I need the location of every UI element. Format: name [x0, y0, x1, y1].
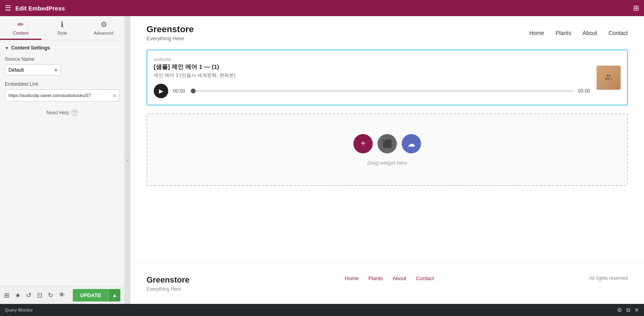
- time-start: 00:00: [173, 88, 185, 94]
- audioclip-card: audioclip [샘플] 제인 에어 1 — (1) 제인 에어 1 (민음…: [154, 57, 621, 98]
- footer-rights: All rights reserved: [589, 275, 628, 281]
- content-settings-header[interactable]: ▼ Content Settings: [5, 45, 120, 51]
- embed-icon[interactable]: ☁: [402, 134, 421, 153]
- tab-style[interactable]: ℹ Style: [41, 16, 83, 40]
- source-name-group: Source Name Default ▼: [5, 56, 120, 76]
- bottom-icons: ⊞ ★ ↺ ⊡ ↻ 👁: [4, 291, 65, 299]
- hamburger-icon[interactable]: ☰: [5, 4, 11, 12]
- qm-close-icon[interactable]: ✕: [634, 307, 639, 313]
- chevron-down-icon: ▼: [5, 46, 9, 50]
- embedded-link-label: Embedded Link: [5, 81, 120, 87]
- embedded-link-input[interactable]: [5, 91, 109, 100]
- qm-window-icon[interactable]: ⧉: [626, 307, 630, 314]
- tab-advanced[interactable]: ⚙ Advanced: [83, 16, 124, 40]
- help-circle-icon: ?: [72, 109, 78, 116]
- audioclip-title: [샘플] 제인 에어 1 — (1): [154, 63, 590, 71]
- audioclip-thumb-image: 제인에어 1: [597, 66, 621, 90]
- site-logo: Greenstore: [147, 24, 194, 35]
- drop-label: Drag widget here: [367, 160, 407, 166]
- add-widget-icon[interactable]: +: [353, 134, 373, 153]
- section-title: Content Settings: [11, 45, 50, 51]
- audioclip-source: audioclip: [154, 57, 590, 62]
- bottom-toolbar: ⊞ ★ ↺ ⊡ ↻ 👁 UPDATE ▲: [0, 286, 124, 304]
- widget-icon[interactable]: ⬛: [378, 134, 397, 153]
- refresh-icon[interactable]: ↻: [48, 291, 53, 299]
- sidebar: ✏ Content ℹ Style ⚙ Advanced ▼ Content S…: [0, 16, 125, 304]
- site-footer: Greenstore Everything Here Home Plants A…: [130, 263, 644, 304]
- footer-tagline: Everything Here: [147, 286, 190, 292]
- sidebar-tabs: ✏ Content ℹ Style ⚙ Advanced: [0, 16, 124, 40]
- list-icon[interactable]: ≡: [109, 90, 119, 101]
- need-help-label: Need Help: [46, 110, 69, 116]
- footer-logo-group: Greenstore Everything Here: [147, 275, 190, 292]
- need-help[interactable]: Need Help ?: [5, 109, 120, 116]
- content-area: Greenstore Everything Here Home Plants A…: [130, 16, 644, 304]
- nav-home[interactable]: Home: [529, 30, 544, 36]
- star-icon[interactable]: ★: [15, 291, 21, 299]
- footer-nav-contact[interactable]: Contact: [416, 275, 434, 281]
- footer-nav-home[interactable]: Home: [345, 275, 359, 281]
- grid-small-icon[interactable]: ⊡: [37, 291, 42, 299]
- footer-nav-about[interactable]: About: [392, 275, 406, 281]
- drop-zone[interactable]: + ⬛ ☁ Drag widget here: [147, 114, 628, 186]
- advanced-tab-icon: ⚙: [101, 20, 107, 29]
- grid-icon[interactable]: ⊞: [633, 4, 639, 12]
- query-monitor-bar: Query Monitor ⚙ ⧉ ✕: [0, 304, 644, 316]
- nav-about[interactable]: About: [582, 30, 597, 36]
- undo-icon[interactable]: ↺: [26, 291, 31, 299]
- update-dropdown-button[interactable]: ▲: [108, 289, 120, 302]
- query-monitor-label: Query Monitor: [5, 308, 33, 312]
- update-button[interactable]: UPDATE: [73, 289, 108, 302]
- layers-icon[interactable]: ⊞: [4, 291, 9, 299]
- tab-content[interactable]: ✏ Content: [0, 16, 41, 40]
- sidebar-content: ▼ Content Settings Source Name Default ▼…: [0, 40, 124, 286]
- audioclip-thumbnail: 제인에어 1: [597, 66, 621, 90]
- tab-content-label: Content: [13, 31, 29, 35]
- source-name-label: Source Name: [5, 56, 120, 62]
- site-header: Greenstore Everything Here Home Plants A…: [130, 16, 644, 50]
- footer-logo: Greenstore: [147, 275, 190, 285]
- embed-container: audioclip [샘플] 제인 에어 1 — (1) 제인 에어 1 (민음…: [147, 50, 628, 105]
- site-nav: Home Plants About Contact: [529, 30, 628, 36]
- nav-contact[interactable]: Contact: [609, 30, 628, 36]
- source-name-select-wrapper: Default ▼: [5, 64, 61, 76]
- audioclip-info: audioclip [샘플] 제인 에어 1 — (1) 제인 에어 1 (민음…: [154, 57, 590, 98]
- tab-advanced-label: Advanced: [94, 31, 114, 35]
- time-end: 05:00: [578, 88, 590, 94]
- top-bar: ☰ Edit EmbedPress ⊞: [0, 0, 644, 16]
- collapse-handle[interactable]: ‹: [125, 16, 130, 304]
- site-tagline: Everything Here: [147, 35, 194, 41]
- site-logo-group: Greenstore Everything Here: [147, 24, 194, 41]
- embedded-link-input-wrapper: ≡: [5, 89, 120, 101]
- source-name-select[interactable]: Default: [5, 64, 61, 76]
- progress-thumb: [191, 89, 196, 93]
- audio-player: ▶ 00:00 05:00: [154, 84, 590, 98]
- nav-plants[interactable]: Plants: [555, 30, 571, 36]
- footer-nav-plants[interactable]: Plants: [368, 275, 383, 281]
- style-tab-icon: ℹ: [61, 20, 64, 29]
- embedded-link-group: Embedded Link ≡: [5, 81, 120, 101]
- update-btn-group: UPDATE ▲: [73, 289, 120, 302]
- main-layout: ✏ Content ℹ Style ⚙ Advanced ▼ Content S…: [0, 16, 644, 304]
- content-tab-icon: ✏: [18, 20, 24, 29]
- progress-bar[interactable]: [190, 90, 573, 92]
- footer-nav: Home Plants About Contact: [345, 275, 434, 281]
- top-bar-title: Edit EmbedPress: [15, 5, 65, 12]
- qm-icons: ⚙ ⧉ ✕: [617, 307, 639, 314]
- qm-settings-icon[interactable]: ⚙: [617, 307, 622, 313]
- drop-zone-icons: + ⬛ ☁: [353, 134, 421, 153]
- tab-style-label: Style: [57, 31, 67, 35]
- eye-icon[interactable]: 👁: [59, 291, 65, 299]
- audioclip-subtitle: 제인 에어 1 (민음사 세계문학, 완독본): [154, 72, 590, 79]
- play-button[interactable]: ▶: [154, 84, 168, 98]
